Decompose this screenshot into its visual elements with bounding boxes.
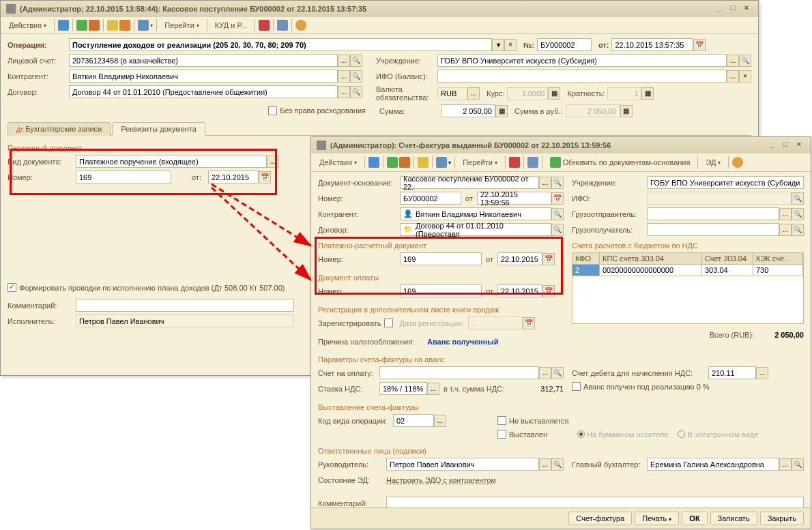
doctype-field[interactable]: Платежное поручение (входящее) (76, 155, 267, 168)
paper-radio[interactable] (577, 430, 585, 438)
clear-button[interactable]: × (739, 70, 751, 83)
select-button[interactable]: ... (338, 70, 350, 83)
select-button[interactable]: ... (756, 367, 768, 379)
payacc-field[interactable] (379, 366, 539, 379)
shipper-field[interactable] (647, 207, 779, 220)
calendar-button[interactable]: 📅 (551, 192, 564, 205)
dropdown-button[interactable]: ▾ (492, 39, 504, 51)
account-field[interactable]: 20736123458 (в казначействе) (69, 54, 338, 67)
toolbar-icon[interactable] (58, 20, 69, 31)
search-button[interactable]: 🔍 (350, 86, 362, 98)
titlebar[interactable]: (Администратор): Счет-фактура выданный Б… (311, 137, 811, 153)
search-button[interactable]: 🔍 (350, 70, 362, 83)
debit-field[interactable]: 210.11 (708, 366, 756, 379)
select-button[interactable]: ... (779, 208, 792, 220)
select-button[interactable]: ... (727, 70, 739, 83)
table-row[interactable]: 2 00200000000000000 303.04 730 (572, 265, 804, 276)
titlebar[interactable]: (Администратор; 22.10.2015 13:58:44): Ка… (1, 1, 758, 17)
select-button[interactable]: ... (427, 383, 439, 395)
toolbar-icon[interactable] (527, 157, 538, 168)
calendar-button[interactable]: 📅 (693, 39, 706, 51)
calc-button[interactable]: ▦ (641, 87, 654, 100)
search-button[interactable]: 🔍 (792, 208, 804, 220)
invoice-button[interactable]: Счет-фактура (568, 512, 632, 525)
search-button[interactable]: 🔍 (551, 458, 564, 471)
select-button[interactable]: ... (727, 55, 739, 67)
date-field[interactable]: 22.10.2015 13:57:35 (611, 38, 693, 51)
ed-menu[interactable]: ЭД▾ (701, 157, 725, 168)
ok-button[interactable]: ОК (682, 512, 707, 525)
acc-field[interactable]: Еремина Галина Александровна (647, 458, 779, 471)
operation-field[interactable]: Поступление доходов от реализации (205 2… (69, 38, 492, 51)
calendar-button[interactable]: 📅 (523, 317, 535, 329)
maximize-button[interactable]: □ (779, 140, 792, 151)
close-button[interactable]: Закрыть (760, 512, 804, 525)
toolbar-icon[interactable] (368, 157, 379, 168)
post-checkbox[interactable] (8, 283, 16, 292)
search-button[interactable]: 🔍 (551, 208, 564, 220)
search-button[interactable]: 🔍 (350, 55, 362, 67)
toolbar-icon[interactable] (76, 20, 87, 31)
date-field[interactable]: 22.10.2015 13:59:56 (477, 192, 551, 205)
search-button[interactable]: 🔍 (551, 177, 564, 189)
pay2date-field[interactable]: 22.10.2015 (497, 284, 542, 297)
noissue-checkbox[interactable] (497, 416, 506, 425)
maximize-button[interactable]: □ (727, 3, 739, 14)
comment-field[interactable] (76, 299, 294, 312)
search-button[interactable]: 🔍 (792, 224, 804, 236)
calendar-button[interactable]: 📅 (542, 285, 555, 297)
select-button[interactable]: ... (338, 55, 350, 67)
search-button[interactable]: 🔍 (551, 367, 564, 379)
toolbar-icon[interactable] (399, 157, 410, 168)
edstate-link[interactable]: Настроить ЭДО с контрагентом (386, 476, 496, 484)
num-field[interactable]: БУ000002 (400, 192, 461, 205)
select-button[interactable]: ... (338, 86, 350, 98)
sum-field[interactable]: 2 050,00 (441, 104, 495, 117)
help-icon[interactable] (295, 20, 306, 31)
close-button[interactable]: × (740, 3, 753, 14)
calendar-button[interactable]: 📅 (542, 253, 555, 265)
counter-field[interactable]: Вяткин Владимир Николаевич (69, 70, 338, 83)
toolbar-icon[interactable] (509, 157, 520, 168)
issued-checkbox[interactable] (497, 430, 506, 439)
select-button[interactable]: ... (539, 458, 551, 471)
paydate-field[interactable]: 22.10.2015 (497, 252, 542, 265)
toolbar-icon[interactable] (277, 20, 288, 31)
minimize-button[interactable]: _ (713, 3, 725, 14)
toolbar-icon[interactable] (138, 20, 149, 31)
go-menu[interactable]: Перейти▾ (459, 157, 502, 168)
docnum-field[interactable]: 169 (76, 171, 171, 183)
optype-field[interactable]: 02 (393, 414, 434, 427)
reg-checkbox[interactable] (384, 319, 393, 327)
toolbar-icon[interactable] (387, 157, 398, 168)
pay2num-field[interactable]: 169 (400, 284, 482, 297)
consignee-field[interactable] (647, 223, 779, 236)
counter-field[interactable]: 👤Вяткин Владимир Николаевич (400, 207, 551, 220)
num-field[interactable]: БУ000002 (537, 38, 592, 51)
toolbar-icon[interactable] (418, 157, 429, 168)
save-button[interactable]: Записать (710, 512, 757, 525)
search-button[interactable]: 🔍 (551, 224, 564, 236)
clear-button[interactable]: × (504, 39, 517, 51)
select-button[interactable]: ... (779, 458, 792, 471)
kudip-button[interactable]: КУД и Р... (211, 20, 251, 31)
select-button[interactable]: ... (539, 367, 551, 379)
search-button[interactable]: 🔍 (792, 458, 804, 471)
inst-field[interactable]: ГОБУ ВПО Университет искусств (Субсиди (647, 176, 804, 189)
close-button[interactable]: × (793, 140, 805, 151)
electronic-radio[interactable] (678, 430, 685, 438)
actions-menu[interactable]: Действия▾ (5, 20, 50, 31)
search-button[interactable]: 🔍 (739, 55, 751, 67)
select-button[interactable]: ... (779, 224, 792, 236)
docdate-field[interactable]: 22.10.2015 (208, 171, 259, 183)
select-button[interactable]: ... (467, 87, 480, 100)
vat-field[interactable]: 18% / 118% (379, 382, 427, 395)
actions-menu[interactable]: Действия▾ (315, 157, 361, 168)
calc-button[interactable]: ▦ (548, 87, 560, 100)
base-field[interactable]: Кассовое поступление БУ000002 от 22. (400, 176, 539, 189)
calendar-button[interactable]: 📅 (259, 171, 271, 183)
paynum-field[interactable]: 169 (400, 252, 482, 265)
refresh-button[interactable]: Обновить по документам-основания (546, 156, 695, 169)
toolbar-icon[interactable] (107, 20, 118, 31)
inst-field[interactable]: ГОБУ ВПО Университет искусств (Субсидия) (437, 54, 727, 67)
